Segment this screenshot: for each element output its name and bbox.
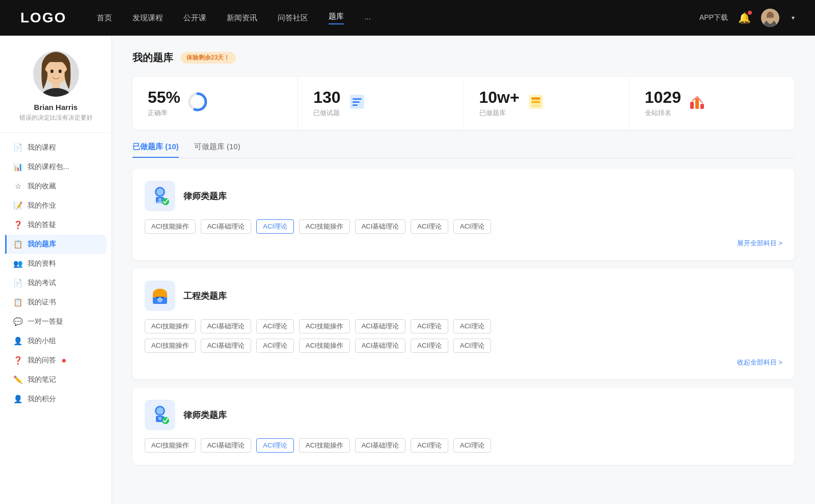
- sidebar-label-certificate: 我的证书: [28, 298, 56, 307]
- tag-1-1[interactable]: ACI技能操作: [145, 219, 196, 234]
- stat-done-banks-label: 已做题库: [479, 108, 520, 118]
- tag-2-4[interactable]: ACI技能操作: [299, 319, 350, 333]
- tag-2b-3[interactable]: ACI理论: [256, 339, 294, 353]
- sidebar-label-my-qa: 我的问答: [28, 356, 56, 365]
- profile-icon: 👥: [13, 259, 22, 268]
- tag-2-7[interactable]: ACI理论: [453, 319, 491, 333]
- tag-3-1[interactable]: ACI技能操作: [145, 438, 196, 453]
- tag-2-3[interactable]: ACI理论: [256, 319, 294, 333]
- tag-1-2[interactable]: ACI基础理论: [201, 219, 252, 234]
- sidebar-item-my-qa[interactable]: ❓ 我的问答: [5, 351, 106, 370]
- nav-open-course[interactable]: 公开课: [183, 13, 206, 23]
- stat-ranking-label: 全站排名: [645, 108, 681, 118]
- tags-row-2a: ACI技能操作 ACI基础理论 ACI理论 ACI技能操作 ACI基础理论 AC…: [145, 319, 782, 333]
- nav-question-bank[interactable]: 题库: [329, 12, 344, 24]
- tab-done-banks[interactable]: 已做题库 (10): [132, 142, 179, 158]
- tag-3-2[interactable]: ACI基础理论: [201, 438, 252, 453]
- sidebar-item-course-package[interactable]: 📊 我的课程包...: [5, 157, 106, 177]
- tag-1-4[interactable]: ACI技能操作: [299, 219, 350, 234]
- sidebar-item-favorites[interactable]: ☆ 我的收藏: [5, 177, 106, 196]
- nav-news[interactable]: 新闻资讯: [227, 13, 257, 23]
- sidebar-label-1on1: 一对一答疑: [28, 317, 63, 326]
- sidebar-item-group[interactable]: 👤 我的小组: [5, 331, 106, 351]
- tag-1-7[interactable]: ACI理论: [453, 219, 491, 234]
- tag-1-6[interactable]: ACI理论: [411, 219, 448, 234]
- tag-2-2[interactable]: ACI基础理论: [201, 319, 252, 333]
- expand-link-1[interactable]: 展开全部科目 >: [145, 239, 782, 248]
- svg-point-9: [59, 70, 62, 73]
- tag-3-4[interactable]: ACI技能操作: [299, 438, 350, 453]
- sidebar-label-homework: 我的作业: [28, 201, 56, 210]
- app-download-link[interactable]: APP下载: [699, 13, 728, 22]
- banks-icon: [527, 93, 545, 115]
- notification-bell[interactable]: 🔔: [738, 12, 751, 24]
- svg-point-8: [50, 70, 53, 73]
- sidebar-item-qa[interactable]: ❓ 我的答疑: [5, 215, 106, 235]
- questions-icon: [348, 93, 366, 115]
- cert-icon: 📋: [13, 298, 22, 307]
- user-profile: Brian Harris 错误的决定比没有决定要好: [0, 51, 112, 133]
- svg-rect-14: [352, 101, 360, 103]
- sidebar-item-homework[interactable]: 📝 我的作业: [5, 196, 106, 215]
- accuracy-chart-icon: [187, 92, 208, 116]
- qbank-icon-1: [145, 181, 175, 211]
- tag-2b-7[interactable]: ACI理论: [453, 339, 491, 353]
- sidebar-label-question-bank: 我的题库: [28, 240, 56, 249]
- sidebar-label-my-courses: 我的课程: [28, 143, 56, 152]
- tabs-row: 已做题库 (10) 可做题库 (10): [132, 142, 795, 158]
- tag-1-5[interactable]: ACI基础理论: [355, 219, 406, 234]
- nav-more[interactable]: ···: [364, 14, 371, 22]
- sidebar-item-certificate[interactable]: 📋 我的证书: [5, 293, 106, 312]
- qbank-card-2: 工程类题库 ACI技能操作 ACI基础理论 ACI理论 ACI技能操作 ACI基…: [132, 268, 795, 379]
- qbank-title-1: 律师类题库: [183, 190, 227, 202]
- tag-2b-2[interactable]: ACI基础理论: [201, 339, 252, 353]
- user-avatar-nav[interactable]: [761, 9, 779, 27]
- logo: LOGO: [20, 10, 66, 26]
- tag-1-3[interactable]: ACI理论: [256, 219, 294, 234]
- sidebar-item-my-courses[interactable]: 📄 我的课程: [5, 138, 106, 157]
- group-icon: 👤: [13, 337, 22, 346]
- tag-3-7[interactable]: ACI理论: [453, 438, 491, 453]
- tag-2b-6[interactable]: ACI理论: [411, 339, 448, 353]
- svg-point-26: [158, 198, 161, 201]
- sidebar-item-exam[interactable]: 📄 我的考试: [5, 273, 106, 293]
- sidebar-item-notes[interactable]: ✏️ 我的笔记: [5, 370, 106, 389]
- svg-point-24: [156, 188, 164, 195]
- nav-qa[interactable]: 问答社区: [278, 13, 308, 23]
- page-wrapper: Brian Harris 错误的决定比没有决定要好 📄 我的课程 📊 我的课程包…: [0, 36, 815, 504]
- tag-2b-4[interactable]: ACI技能操作: [299, 339, 350, 353]
- tags-row-1: ACI技能操作 ACI基础理论 ACI理论 ACI技能操作 ACI基础理论 AC…: [145, 219, 782, 234]
- collapse-link-2[interactable]: 收起全部科目 >: [145, 358, 782, 367]
- sidebar-item-1on1[interactable]: 💬 一对一答疑: [5, 312, 106, 331]
- nav-home[interactable]: 首页: [97, 13, 112, 23]
- sidebar-item-profile[interactable]: 👥 我的资料: [5, 254, 106, 273]
- nav-courses[interactable]: 发现课程: [132, 13, 163, 23]
- tag-2-5[interactable]: ACI基础理论: [355, 319, 406, 333]
- tag-2-1[interactable]: ACI技能操作: [145, 319, 196, 333]
- star-icon: ☆: [13, 182, 22, 191]
- trial-badge: 体验剩余23天！: [180, 52, 236, 64]
- svg-point-32: [157, 297, 162, 302]
- notification-dot: [748, 11, 752, 15]
- tab-available-banks[interactable]: 可做题库 (10): [194, 142, 240, 158]
- package-icon: 📊: [13, 162, 22, 172]
- course-icon: 📄: [13, 143, 22, 152]
- tag-3-3[interactable]: ACI理论: [256, 438, 294, 453]
- avatar-image: [761, 9, 779, 27]
- tag-2b-1[interactable]: ACI技能操作: [145, 339, 196, 353]
- tags-row-2b: ACI技能操作 ACI基础理论 ACI理论 ACI技能操作 ACI基础理论 AC…: [145, 339, 782, 353]
- tag-3-5[interactable]: ACI基础理论: [355, 438, 406, 453]
- sidebar-item-points[interactable]: 👤 我的积分: [5, 389, 106, 409]
- exam-icon: 📄: [13, 278, 22, 288]
- qbank-menu-icon: 📋: [13, 240, 22, 249]
- user-menu-chevron[interactable]: ▾: [792, 14, 795, 21]
- sidebar-label-qa: 我的答疑: [28, 220, 56, 230]
- sidebar-item-question-bank[interactable]: 📋 我的题库: [5, 235, 106, 254]
- tag-2-6[interactable]: ACI理论: [411, 319, 448, 333]
- tag-3-6[interactable]: ACI理论: [411, 438, 448, 453]
- qbank-card-1: 律师类题库 ACI技能操作 ACI基础理论 ACI理论 ACI技能操作 ACI基…: [132, 169, 795, 260]
- sidebar-label-profile: 我的资料: [28, 259, 56, 268]
- user-name: Brian Harris: [34, 103, 78, 111]
- sidebar-label-points: 我的积分: [28, 395, 56, 404]
- tag-2b-5[interactable]: ACI基础理论: [355, 339, 406, 353]
